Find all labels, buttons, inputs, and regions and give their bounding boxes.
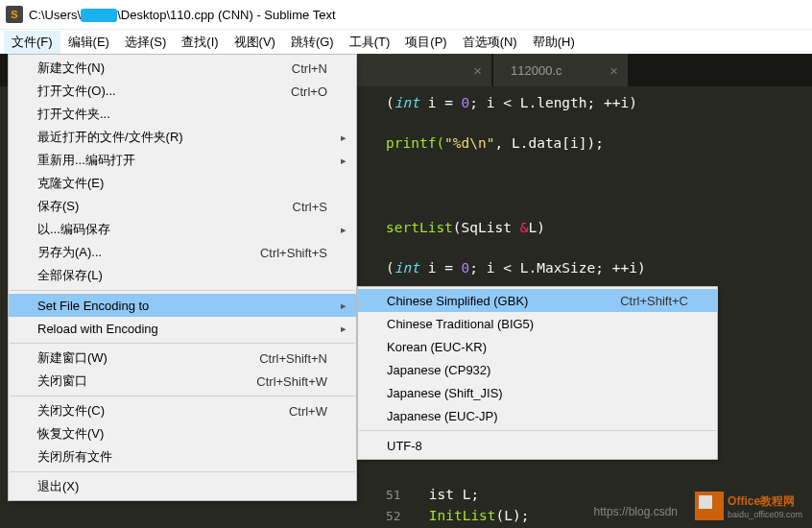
menu-item[interactable]: 另存为(A)...Ctrl+Shift+S: [9, 241, 356, 264]
menu-item-label: 退出(X): [37, 478, 327, 495]
watermark: Office教程网 baidu_office09.com: [695, 492, 802, 520]
menu-item[interactable]: 重新用...编码打开: [9, 149, 356, 172]
menu-item[interactable]: 克隆文件(E): [9, 172, 356, 195]
menu-item[interactable]: 恢复文件(V): [9, 422, 356, 445]
code-token: printf(: [386, 135, 444, 151]
menu-item[interactable]: 保存(S)Ctrl+S: [9, 195, 356, 218]
menu-item-shortcut: Ctrl+S: [281, 200, 327, 214]
menu-item-label: 最近打开的文件/文件夹(R): [37, 129, 327, 146]
menu-item[interactable]: 新建文件(N)Ctrl+N: [9, 57, 356, 80]
app-icon: [6, 6, 23, 23]
menu-item-label: 重新用...编码打开: [37, 152, 327, 169]
menu-item-label: 全部保存(L): [37, 267, 327, 284]
submenu-item[interactable]: Korean (EUC-KR): [358, 335, 717, 358]
menu-item[interactable]: 最近打开的文件/文件夹(R): [9, 126, 356, 149]
menu-item[interactable]: 关闭窗口Ctrl+Shift+W: [9, 370, 356, 393]
code-token: (: [386, 260, 394, 276]
menu-item[interactable]: 全部保存(L): [9, 264, 356, 287]
menu-item-label: 关闭文件(C): [37, 402, 277, 420]
gutter-number: 51: [386, 485, 420, 505]
title-suffix: \Desktop\110.cpp (CNN) - Sublime Text: [117, 8, 335, 22]
menu-item-label: 新建窗口(W): [37, 349, 248, 367]
menu-item-shortcut: Ctrl+Shift+W: [245, 374, 327, 389]
submenu-item-label: Japanese (EUC-JP): [387, 409, 688, 423]
menu-item-shortcut: Ctrl+O: [279, 84, 327, 99]
menu-item-label: 打开文件夹...: [37, 106, 327, 123]
menu-tools[interactable]: 工具(T): [342, 31, 398, 54]
submenu-item[interactable]: Japanese (CP932): [358, 358, 717, 381]
menu-view[interactable]: 视图(V): [227, 31, 283, 54]
menu-item-shortcut: Ctrl+W: [277, 404, 327, 419]
code-token: , L.data[i]);: [495, 135, 605, 151]
menu-item-label: Reload with Encoding: [37, 322, 327, 336]
submenu-item-label: UTF-8: [387, 439, 688, 453]
code-token: ist L;: [429, 487, 479, 502]
menu-item[interactable]: 新建窗口(W)Ctrl+Shift+N: [9, 347, 356, 370]
menu-select[interactable]: 选择(S): [117, 31, 174, 54]
code-token: sertList: [386, 220, 453, 235]
tab-2[interactable]: 112000.c ×: [493, 54, 628, 86]
menu-item[interactable]: 退出(X): [9, 475, 356, 498]
menu-item-shortcut: Ctrl+N: [280, 61, 327, 76]
code-token: "%d\n": [444, 135, 494, 151]
menu-item[interactable]: 打开文件夹...: [9, 103, 356, 126]
menu-item-shortcut: Ctrl+Shift+N: [248, 351, 327, 366]
title-redacted: [81, 9, 117, 22]
submenu-item-label: Japanese (Shift_JIS): [387, 386, 688, 400]
menu-goto[interactable]: 跳转(G): [283, 31, 342, 54]
menu-edit[interactable]: 编辑(E): [60, 31, 117, 54]
menu-item-label: 打开文件(O)...: [37, 83, 279, 100]
submenu-item-label: Korean (EUC-KR): [387, 340, 688, 354]
watermark-sub: baidu_office09.com: [728, 510, 802, 519]
menu-item-label: 关闭所有文件: [37, 448, 327, 466]
menu-item-label: 关闭窗口: [37, 372, 245, 390]
encoding-submenu: Chinese Simplified (GBK)Ctrl+Shift+CChin…: [357, 286, 718, 460]
submenu-item[interactable]: UTF-8: [358, 434, 717, 457]
menu-item[interactable]: 关闭所有文件: [9, 445, 356, 468]
menu-project[interactable]: 项目(P): [397, 31, 454, 54]
close-icon[interactable]: ×: [609, 62, 618, 79]
watermark-brand: Office教程网: [728, 494, 795, 508]
submenu-item-shortcut: Ctrl+Shift+C: [609, 294, 688, 308]
tab-1[interactable]: ×: [357, 54, 491, 86]
window-titlebar: C:\Users\\Desktop\110.cpp (CNN) - Sublim…: [0, 0, 812, 29]
submenu-item[interactable]: Japanese (Shift_JIS): [358, 381, 717, 404]
menu-item-shortcut: Ctrl+Shift+S: [249, 246, 327, 260]
menu-item[interactable]: Reload with Encoding: [9, 317, 356, 340]
submenu-item[interactable]: Chinese Traditional (BIG5): [358, 312, 717, 335]
submenu-item-label: Japanese (CP932): [387, 363, 688, 377]
code-token: ; i < L.MaxSize; ++i): [469, 260, 645, 276]
menu-item[interactable]: 打开文件(O)...Ctrl+O: [9, 80, 356, 103]
submenu-item-label: Chinese Traditional (BIG5): [387, 317, 688, 331]
submenu-item-label: Chinese Simplified (GBK): [387, 294, 609, 308]
submenu-item[interactable]: Japanese (EUC-JP): [358, 404, 717, 427]
office-logo-icon: [695, 492, 724, 520]
menu-item-label: 保存(S): [37, 198, 281, 215]
menu-help[interactable]: 帮助(H): [525, 31, 583, 54]
menu-item[interactable]: 以...编码保存: [9, 218, 356, 241]
gutter-number: 52: [386, 506, 420, 526]
tab-label: 112000.c: [511, 63, 562, 78]
menu-preferences[interactable]: 首选项(N): [455, 31, 525, 54]
menu-item-label: 另存为(A)...: [37, 244, 249, 261]
menu-item-label: 以...编码保存: [37, 221, 327, 238]
menubar: 文件(F) 编辑(E) 选择(S) 查找(I) 视图(V) 跳转(G) 工具(T…: [0, 29, 812, 54]
menu-item-label: 新建文件(N): [37, 60, 280, 77]
title-prefix: C:\Users\: [29, 8, 81, 22]
menu-item-label: Set File Encoding to: [37, 299, 327, 313]
menu-item[interactable]: Set File Encoding to: [9, 294, 356, 317]
code-token: int: [394, 260, 419, 276]
menu-item-label: 克隆文件(E): [37, 175, 327, 192]
menu-file[interactable]: 文件(F): [4, 31, 60, 54]
watermark-url: https://blog.csdn: [594, 505, 678, 518]
menu-item-label: 恢复文件(V): [37, 425, 327, 443]
code-token: i =: [419, 260, 462, 276]
menu-item[interactable]: 关闭文件(C)Ctrl+W: [9, 399, 356, 422]
file-dropdown: 新建文件(N)Ctrl+N打开文件(O)...Ctrl+O打开文件夹...最近打…: [8, 54, 357, 501]
submenu-item[interactable]: Chinese Simplified (GBK)Ctrl+Shift+C: [358, 289, 717, 312]
menu-find[interactable]: 查找(I): [174, 31, 226, 54]
close-icon[interactable]: ×: [473, 62, 482, 79]
